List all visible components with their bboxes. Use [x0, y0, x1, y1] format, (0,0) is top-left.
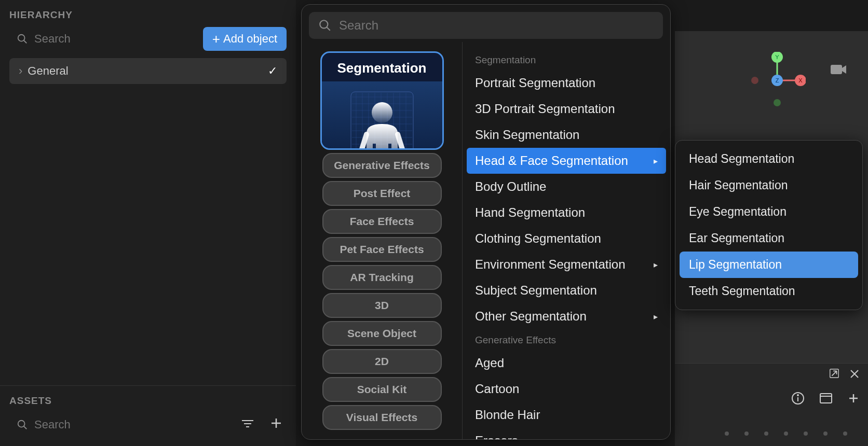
menu-item-clothing-segmentation[interactable]: Clothing Segmentation: [463, 226, 670, 252]
add-asset-icon[interactable]: [266, 415, 287, 435]
svg-rect-10: [831, 65, 842, 74]
menu-item-label: Hand Segmentation: [475, 205, 585, 220]
category-card-segmentation[interactable]: Segmentation: [320, 51, 444, 150]
menu-item-label: Clothing Segmentation: [475, 231, 601, 246]
svg-point-28: [320, 20, 328, 28]
window-icon[interactable]: [819, 393, 833, 406]
menu-item-hand-segmentation[interactable]: Hand Segmentation: [463, 200, 670, 226]
category-card-3d[interactable]: 3D: [322, 293, 442, 318]
menu-group-label: Segmentation: [463, 49, 670, 70]
tree-item-label: General: [28, 64, 68, 77]
add-object-button[interactable]: + Add object: [203, 27, 287, 51]
assets-search-input[interactable]: [34, 418, 222, 431]
submenu-item-teeth-segmentation[interactable]: Teeth Segmentation: [680, 278, 858, 304]
svg-line-22: [24, 426, 27, 429]
svg-text:Z: Z: [776, 77, 779, 83]
search-icon: [17, 419, 28, 430]
chevron-right-icon: ▸: [654, 312, 658, 322]
menu-item-body-outline[interactable]: Body Outline: [463, 174, 670, 200]
category-card-pet-face-effects[interactable]: Pet Face Effects: [322, 237, 442, 262]
menu-item-environment-segmentation[interactable]: Environment Segmentation▸: [463, 252, 670, 277]
category-card-post-effect[interactable]: Post Effect: [322, 181, 442, 206]
menu-item-subject-segmentation[interactable]: Subject Segmentation: [463, 277, 670, 303]
menu-item-label: Body Outline: [475, 179, 546, 194]
submenu-item-hair-segmentation[interactable]: Hair Segmentation: [680, 172, 858, 199]
submenu-item-ear-segmentation[interactable]: Ear Segmentation: [680, 225, 858, 252]
chevron-right-icon: ›: [19, 64, 22, 77]
filter-icon[interactable]: [237, 415, 259, 435]
category-card-visual-effects[interactable]: Visual Effects: [322, 405, 442, 430]
category-title: Segmentation: [322, 53, 442, 81]
category-card-generative-effects[interactable]: Generative Effects: [322, 153, 442, 178]
svg-line-29: [327, 27, 330, 31]
menu-item-head-face-segmentation[interactable]: Head & Face Segmentation▸: [467, 148, 666, 174]
chevron-right-icon: ▸: [654, 156, 658, 166]
menu-item-label: Cartoon: [475, 382, 519, 396]
hierarchy-header: HIERARCHY: [0, 0, 296, 27]
menu-item-other-segmentation[interactable]: Other Segmentation▸: [463, 303, 670, 329]
category-card-scene-object[interactable]: Scene Object: [322, 321, 442, 346]
category-card-ar-tracking[interactable]: AR Tracking: [322, 265, 442, 290]
svg-point-51: [372, 102, 392, 123]
svg-point-14: [797, 395, 798, 396]
menu-item-label: 3D Portrait Segmentation: [475, 102, 615, 116]
bottom-panel: [675, 363, 868, 446]
menu-item-label: Head & Face Segmentation: [475, 154, 628, 168]
assets-panel: ASSETS: [0, 385, 296, 446]
camera-icon[interactable]: [831, 62, 847, 79]
search-icon: [318, 19, 332, 32]
check-icon: ✓: [268, 64, 277, 78]
category-column: SegmentationGenerative EffectsPost Effec…: [302, 42, 463, 439]
category-card-social-kit[interactable]: Social Kit: [322, 377, 442, 402]
popover-search-input[interactable]: [339, 18, 654, 33]
svg-point-8: [751, 77, 758, 84]
svg-point-19: [18, 35, 25, 41]
hierarchy-root-item[interactable]: ›General ✓: [9, 58, 287, 84]
plus-icon: +: [212, 32, 220, 46]
chevron-right-icon: ▸: [654, 260, 658, 270]
assets-search[interactable]: [9, 413, 229, 437]
menu-item-label: Aged: [475, 356, 504, 370]
menu-item-skin-segmentation[interactable]: Skin Segmentation: [463, 122, 670, 148]
hierarchy-search[interactable]: [9, 27, 197, 51]
search-icon: [17, 33, 28, 45]
segmentation-thumb: [322, 81, 442, 150]
close-icon[interactable]: [849, 368, 860, 382]
hierarchy-search-input[interactable]: [34, 32, 189, 46]
menu-column: SegmentationPortrait Segmentation3D Port…: [463, 42, 670, 439]
pagination-dots: [725, 431, 847, 436]
menu-group-label: Generative Effects: [463, 329, 670, 350]
popover-search[interactable]: [309, 12, 663, 39]
svg-line-20: [24, 40, 27, 44]
add-object-label: Add object: [223, 32, 277, 46]
menu-item-erasers[interactable]: Erasers▸: [463, 428, 670, 439]
submenu-item-lip-segmentation[interactable]: Lip Segmentation: [680, 252, 858, 278]
submenu-item-head-segmentation[interactable]: Head Segmentation: [680, 146, 858, 172]
info-icon[interactable]: [791, 392, 805, 407]
menu-item-cartoon[interactable]: Cartoon: [463, 376, 670, 402]
menu-item-label: Portrait Segmentation: [475, 76, 595, 90]
assets-header: ASSETS: [9, 395, 287, 407]
submenu-item-eye-segmentation[interactable]: Eye Segmentation: [680, 199, 858, 225]
add-object-popover: SegmentationGenerative EffectsPost Effec…: [301, 4, 671, 440]
add-icon[interactable]: [847, 392, 860, 407]
svg-point-9: [774, 99, 781, 106]
svg-point-21: [18, 421, 25, 427]
menu-item-blonde-hair[interactable]: Blonde Hair: [463, 402, 670, 428]
category-card-face-effects[interactable]: Face Effects: [322, 209, 442, 234]
svg-rect-15: [820, 394, 832, 403]
popout-icon[interactable]: [829, 368, 840, 382]
svg-text:X: X: [798, 77, 803, 83]
menu-item-label: Skin Segmentation: [475, 128, 579, 142]
menu-item-aged[interactable]: Aged: [463, 350, 670, 376]
submenu-flyout: Head SegmentationHair SegmentationEye Se…: [675, 140, 863, 310]
axis-gizmo[interactable]: Y X Z: [749, 52, 806, 109]
menu-item-portrait-segmentation[interactable]: Portrait Segmentation: [463, 70, 670, 96]
menu-item-3d-portrait-segmentation[interactable]: 3D Portrait Segmentation: [463, 96, 670, 122]
menu-item-label: Other Segmentation: [475, 309, 587, 324]
menu-item-label: Subject Segmentation: [475, 283, 597, 298]
left-sidebar: HIERARCHY + Add object ›General ✓ ASSETS: [0, 0, 296, 446]
category-card-2d[interactable]: 2D: [322, 349, 442, 374]
chevron-right-icon: ▸: [654, 436, 658, 440]
svg-text:Y: Y: [775, 54, 779, 60]
